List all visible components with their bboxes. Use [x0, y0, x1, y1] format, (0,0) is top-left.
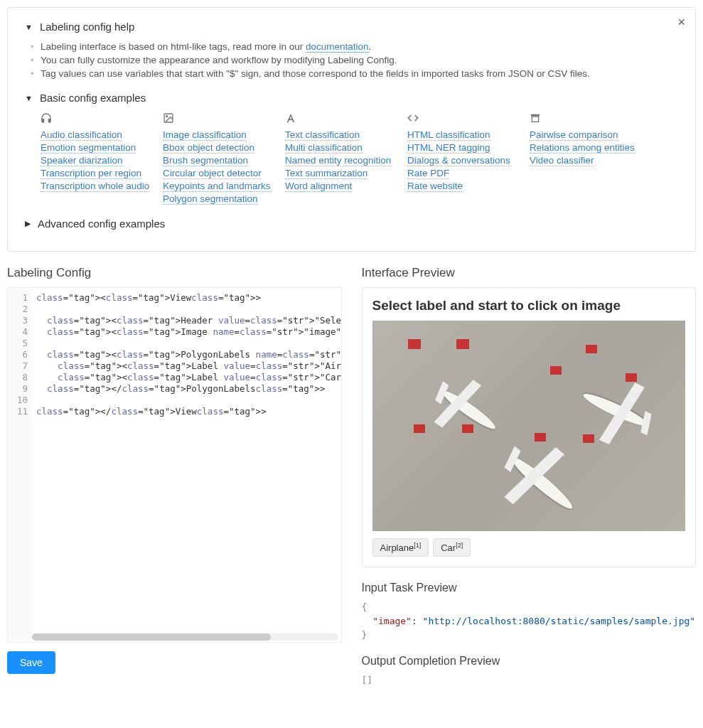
example-link[interactable]: Text summarization [285, 168, 367, 179]
headphones-icon [41, 112, 163, 125]
caret-down-icon: ▼ [25, 23, 33, 31]
ground-marking [408, 339, 421, 349]
example-link[interactable]: Multi classification [285, 142, 363, 154]
labeling-config-title: Labeling Config [7, 266, 342, 280]
ground-marking [550, 366, 562, 375]
help-bullet: You can fully customize the appearance a… [41, 55, 678, 65]
example-column: HTML classificationHTML NER taggingDialo… [407, 112, 530, 206]
example-link[interactable]: Transcription whole audio [41, 181, 149, 192]
labeling-config-column: Labeling Config 1234567891011 class="tag… [7, 266, 342, 700]
preview-header: Select label and start to click on image [372, 298, 686, 314]
example-link[interactable]: Rate PDF [407, 168, 449, 179]
help-bullets: Labeling interface is based on html-like… [25, 41, 678, 79]
examples-grid: Audio classificationEmotion segmentation… [25, 112, 678, 206]
save-button[interactable]: Save [7, 651, 55, 674]
code-area[interactable]: class="tag"><class="tag">Viewclass="tag"… [32, 288, 341, 632]
example-column: Audio classificationEmotion segmentation… [41, 112, 163, 206]
example-link[interactable]: HTML classification [407, 129, 490, 141]
basic-examples-header[interactable]: ▼ Basic config examples [25, 92, 678, 104]
svg-point-3 [166, 116, 168, 117]
preview-column: Interface Preview Select label and start… [362, 266, 697, 700]
help-title: Labeling config help [40, 21, 134, 33]
example-link[interactable]: HTML NER tagging [407, 142, 490, 154]
example-column: Image classificationBbox object detectio… [163, 112, 285, 206]
example-link[interactable]: Video classifier [530, 155, 594, 166]
help-panel: × ▼ Labeling config help Labeling interf… [7, 7, 696, 252]
example-link[interactable]: Relations among entities [530, 142, 635, 154]
advanced-examples-header[interactable]: ▶ Advanced config examples [25, 218, 678, 230]
example-link[interactable]: Speaker diarization [41, 155, 123, 166]
archive-icon [530, 112, 652, 125]
help-bullet: Labeling interface is based on html-like… [41, 41, 678, 52]
example-link[interactable]: Rate website [407, 181, 463, 192]
svg-rect-1 [48, 119, 50, 122]
ground-marking [456, 339, 469, 349]
output-completion-json: [] [362, 673, 697, 687]
example-link[interactable]: Emotion segmentation [41, 142, 136, 154]
code-editor[interactable]: 1234567891011 class="tag"><class="tag">V… [7, 287, 342, 643]
caret-down-icon: ▼ [25, 94, 33, 102]
input-task-json: { "image": "http://localhost:8080/static… [362, 600, 697, 642]
example-link[interactable]: Pairwise comparison [530, 129, 618, 141]
help-bullet: Tag values can use variables that start … [41, 68, 678, 79]
help-header[interactable]: ▼ Labeling config help [25, 21, 678, 33]
example-link[interactable]: Image classification [163, 129, 247, 141]
label-chip[interactable]: Car[2] [433, 538, 471, 557]
svg-rect-5 [532, 117, 538, 122]
basic-examples-title: Basic config examples [40, 92, 146, 104]
input-task-title: Input Task Preview [362, 582, 697, 594]
example-link[interactable]: Brush segmentation [163, 155, 248, 166]
svg-rect-0 [42, 119, 44, 122]
image-icon [163, 112, 285, 125]
example-link[interactable]: Audio classification [41, 129, 122, 141]
example-column: Pairwise comparisonRelations among entit… [530, 112, 652, 206]
ground-marking [414, 424, 425, 433]
example-link[interactable]: Text classification [285, 129, 360, 141]
line-gutter: 1234567891011 [8, 288, 32, 642]
interface-preview-title: Interface Preview [362, 266, 697, 280]
preview-image[interactable] [372, 321, 686, 531]
font-icon [285, 112, 407, 125]
code-icon [407, 112, 530, 125]
example-link[interactable]: Keypoints and landmarks [163, 181, 271, 192]
example-link[interactable]: Transcription per region [41, 168, 141, 179]
output-completion-title: Output Completion Preview [362, 655, 697, 668]
horizontal-scrollbar[interactable] [32, 633, 338, 641]
close-icon[interactable]: × [677, 15, 685, 30]
caret-right-icon: ▶ [25, 219, 31, 228]
example-link[interactable]: Named entity recognition [285, 155, 391, 166]
example-link[interactable]: Polygon segmentation [163, 193, 258, 205]
labels-row: Airplane[1]Car[2] [372, 538, 686, 557]
example-link[interactable]: Word alignment [285, 181, 352, 192]
advanced-examples-title: Advanced config examples [38, 218, 165, 230]
example-column: Text classificationMulti classificationN… [285, 112, 407, 206]
documentation-link[interactable]: documentation [306, 41, 369, 53]
label-chip[interactable]: Airplane[1] [372, 538, 429, 557]
example-link[interactable]: Bbox object detection [163, 142, 254, 154]
example-link[interactable]: Dialogs & conversations [407, 155, 510, 166]
scrollbar-thumb[interactable] [32, 633, 271, 641]
svg-rect-4 [531, 114, 540, 117]
ground-marking [586, 345, 597, 353]
interface-preview-panel: Select label and start to click on image [362, 287, 697, 567]
example-link[interactable]: Circular object detector [163, 168, 262, 179]
